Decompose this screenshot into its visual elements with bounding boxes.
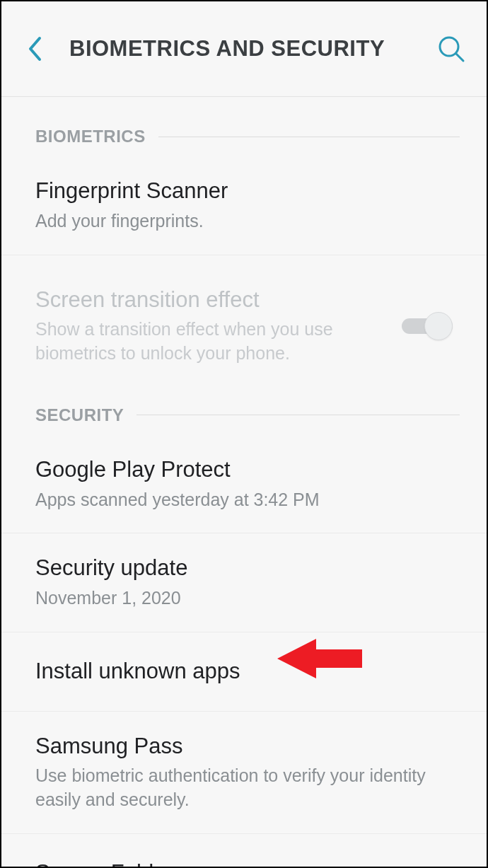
item-title: Samsung Pass — [35, 733, 453, 760]
item-title: Fingerprint Scanner — [35, 178, 453, 205]
item-fingerprint-scanner[interactable]: Fingerprint Scanner Add your fingerprint… — [1, 146, 487, 255]
item-title: Secure Folder — [35, 860, 453, 868]
toggle-thumb — [424, 312, 453, 340]
settings-list: BIOMETRICS Fingerprint Scanner Add your … — [1, 97, 487, 868]
item-screen-transition-effect: Screen transition effect Show a transiti… — [1, 255, 487, 391]
section-label: SECURITY — [35, 405, 124, 425]
item-install-unknown-apps[interactable]: Install unknown apps — [1, 632, 487, 712]
page-title: BIOMETRICS AND SECURITY — [69, 36, 437, 62]
search-icon[interactable] — [437, 35, 465, 63]
svg-line-1 — [456, 54, 463, 61]
item-subtitle: Use biometric authentication to verify y… — [35, 764, 453, 812]
item-subtitle: Add your fingerprints. — [35, 209, 453, 233]
item-google-play-protect[interactable]: Google Play Protect Apps scanned yesterd… — [1, 425, 487, 534]
item-title: Screen transition effect — [35, 287, 385, 314]
item-title: Google Play Protect — [35, 456, 453, 484]
back-icon[interactable] — [27, 36, 42, 62]
divider — [136, 415, 460, 415]
item-samsung-pass[interactable]: Samsung Pass Use biometric authenticatio… — [1, 712, 487, 834]
item-subtitle: Show a transition effect when you use bi… — [35, 318, 385, 366]
item-title: Security update — [35, 555, 453, 582]
section-label: BIOMETRICS — [35, 127, 146, 146]
toggle-switch — [402, 312, 453, 340]
app-header: BIOMETRICS AND SECURITY — [1, 1, 487, 97]
section-header-security: SECURITY — [1, 391, 487, 425]
divider — [158, 137, 460, 137]
item-title: Install unknown apps — [35, 658, 453, 685]
item-secure-folder[interactable]: Secure Folder — [1, 834, 487, 868]
item-security-update[interactable]: Security update November 1, 2020 — [1, 533, 487, 632]
item-subtitle: November 1, 2020 — [35, 586, 453, 611]
item-subtitle: Apps scanned yesterday at 3:42 PM — [35, 488, 453, 512]
section-header-biometrics: BIOMETRICS — [1, 97, 487, 146]
